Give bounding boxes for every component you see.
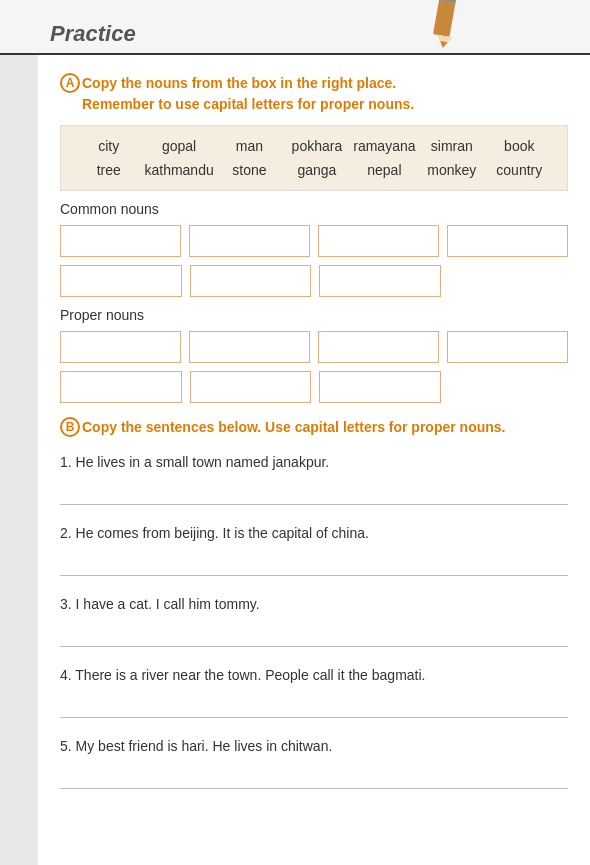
word-tree: tree [77,162,140,178]
word-monkey: monkey [420,162,483,178]
common-answer-2[interactable] [189,225,310,257]
word-man: man [218,138,281,154]
notebook-container: A Copy the nouns from the box in the rig… [0,55,590,865]
pencil-icon [420,0,470,50]
common-nouns-label: Common nouns [60,201,568,217]
common-answer-7[interactable] [319,265,441,297]
write-line-3[interactable] [60,623,568,647]
word-country: country [488,162,551,178]
section-a: A Copy the nouns from the box in the rig… [60,73,568,403]
common-answer-4[interactable] [447,225,568,257]
proper-answer-7[interactable] [319,371,441,403]
section-a-label: A [60,73,80,93]
word-city: city [77,138,140,154]
sentence-3-text: 3. I have a cat. I call him tommy. [60,594,568,615]
word-box: city gopal man pokhara ramayana simran b… [60,125,568,191]
proper-answer-4[interactable] [447,331,568,363]
svg-rect-0 [433,0,457,37]
sentence-1-text: 1. He lives in a small town named janakp… [60,452,568,473]
write-line-5[interactable] [60,765,568,789]
word-ganga: ganga [285,162,348,178]
proper-answer-5[interactable] [60,371,182,403]
proper-answer-6[interactable] [190,371,312,403]
word-kathmandu: kathmandu [144,162,213,178]
proper-answer-2[interactable] [189,331,310,363]
sentence-1: 1. He lives in a small town named janakp… [60,452,568,505]
page-title: Practice [50,21,136,47]
section-a-instructions: Copy the nouns from the box in the right… [82,73,414,115]
proper-nouns-row2 [60,371,441,403]
section-b-header: B Copy the sentences below. Use capital … [60,417,568,438]
section-a-instruction1: Copy the nouns from the box in the right… [82,73,414,94]
proper-nouns-section: Proper nouns [60,307,568,403]
proper-answer-3[interactable] [318,331,439,363]
word-book: book [488,138,551,154]
section-a-header: A Copy the nouns from the box in the rig… [60,73,568,115]
page-header: Practice [0,0,590,55]
common-nouns-row2 [60,265,441,297]
common-answer-3[interactable] [318,225,439,257]
word-ramayana: ramayana [353,138,416,154]
sentence-4-text: 4. There is a river near the town. Peopl… [60,665,568,686]
sentence-3: 3. I have a cat. I call him tommy. [60,594,568,647]
write-line-2[interactable] [60,552,568,576]
proper-answer-1[interactable] [60,331,181,363]
section-a-instruction2: Remember to use capital letters for prop… [82,94,414,115]
word-stone: stone [218,162,281,178]
proper-nouns-label: Proper nouns [60,307,568,323]
section-b-label: B [60,417,80,437]
common-answer-6[interactable] [190,265,312,297]
word-pokhara: pokhara [285,138,348,154]
sentence-2-text: 2. He comes from beijing. It is the capi… [60,523,568,544]
sentence-2: 2. He comes from beijing. It is the capi… [60,523,568,576]
word-simran: simran [420,138,483,154]
sentence-4: 4. There is a river near the town. Peopl… [60,665,568,718]
write-line-1[interactable] [60,481,568,505]
notebook-content: A Copy the nouns from the box in the rig… [38,55,590,865]
proper-nouns-row1 [60,331,568,363]
common-nouns-section: Common nouns [60,201,568,297]
common-answer-1[interactable] [60,225,181,257]
write-line-4[interactable] [60,694,568,718]
section-b: B Copy the sentences below. Use capital … [60,417,568,789]
common-answer-5[interactable] [60,265,182,297]
sentence-5-text: 5. My best friend is hari. He lives in c… [60,736,568,757]
word-nepal: nepal [353,162,416,178]
common-nouns-row1 [60,225,568,257]
sentence-5: 5. My best friend is hari. He lives in c… [60,736,568,789]
word-gopal: gopal [144,138,213,154]
section-b-instruction: Copy the sentences below. Use capital le… [82,417,505,438]
